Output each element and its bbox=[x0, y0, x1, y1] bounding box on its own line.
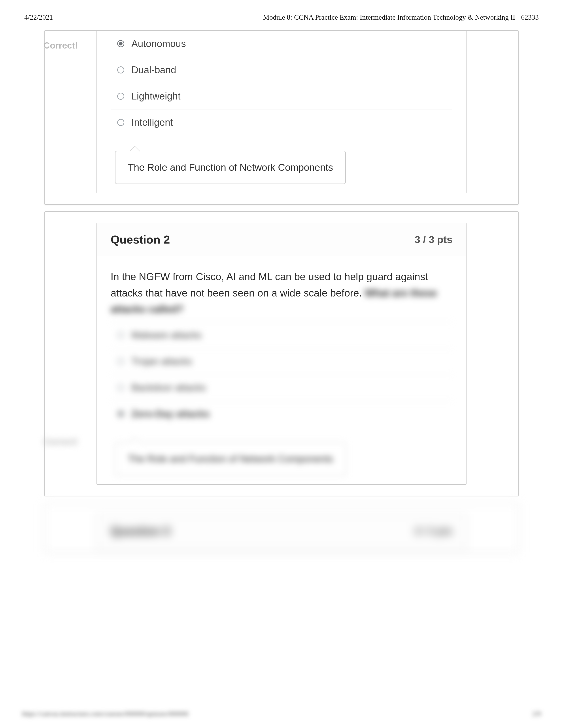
question-prompt: In the NGFW from Cisco, AI and ML can be… bbox=[97, 256, 466, 322]
radio-icon bbox=[117, 384, 124, 391]
radio-icon bbox=[117, 332, 124, 339]
footer-page: 2/9 bbox=[533, 710, 541, 717]
question-3-card: Question 3 3 / 3 pts bbox=[44, 503, 519, 553]
answer-label: Lightweight bbox=[131, 91, 180, 102]
question-title: Question 2 bbox=[111, 233, 170, 246]
question-header: Question 2 3 / 3 pts bbox=[97, 223, 466, 256]
answer-option[interactable]: Intelligent bbox=[111, 109, 452, 135]
answer-option[interactable]: Lightweight bbox=[111, 83, 452, 109]
correct-badge: Correct! bbox=[43, 437, 78, 447]
answer-option[interactable]: Zero-Day attacks bbox=[111, 401, 452, 427]
answer-label: Backdoor attacks bbox=[131, 382, 206, 393]
header-title: Module 8: CCNA Practice Exam: Intermedia… bbox=[263, 13, 539, 21]
question-header: Question 3 3 / 3 pts bbox=[97, 515, 466, 547]
radio-icon bbox=[117, 66, 124, 73]
print-header: 4/22/2021 Module 8: CCNA Practice Exam: … bbox=[22, 13, 541, 30]
radio-icon bbox=[117, 93, 124, 100]
answer-option[interactable]: Backdoor attacks bbox=[111, 374, 452, 401]
answer-list: Autonomous Dual-band Lightweight Intelli… bbox=[97, 31, 466, 135]
answer-label: Dual-band bbox=[131, 64, 176, 75]
print-footer: https://canvas.instructure.com/courses/0… bbox=[22, 710, 541, 717]
question-2-inner: Question 2 3 / 3 pts In the NGFW from Ci… bbox=[96, 223, 467, 485]
radio-icon bbox=[117, 358, 124, 365]
radio-selected-icon bbox=[117, 410, 124, 417]
answer-list: Malware attacks Trojan attacks Backdoor … bbox=[97, 322, 466, 427]
answer-label: Intelligent bbox=[131, 117, 173, 128]
answer-label: Trojan attacks bbox=[131, 356, 192, 367]
radio-icon bbox=[117, 119, 124, 126]
answer-label: Autonomous bbox=[131, 38, 186, 49]
topic-tag: The Role and Function of Network Compone… bbox=[115, 442, 346, 475]
question-points: 3 / 3 pts bbox=[415, 234, 452, 246]
answer-option[interactable]: Trojan attacks bbox=[111, 348, 452, 374]
page: 4/22/2021 Module 8: CCNA Practice Exam: … bbox=[0, 0, 563, 728]
correct-badge: Correct! bbox=[43, 41, 78, 51]
content: Correct! Autonomous Dual-band Lightweigh… bbox=[44, 30, 519, 553]
answer-option[interactable]: Autonomous bbox=[111, 31, 452, 57]
answer-label: Malware attacks bbox=[131, 330, 201, 341]
header-date: 4/22/2021 bbox=[24, 13, 53, 21]
answer-label: Zero-Day attacks bbox=[131, 408, 210, 419]
radio-selected-icon bbox=[117, 40, 124, 47]
answer-option[interactable]: Dual-band bbox=[111, 57, 452, 83]
question-points: 3 / 3 pts bbox=[415, 525, 452, 537]
question-1-card: Correct! Autonomous Dual-band Lightweigh… bbox=[44, 30, 519, 205]
question-1-inner: Autonomous Dual-band Lightweight Intelli… bbox=[96, 31, 467, 193]
topic-tag: The Role and Function of Network Compone… bbox=[115, 151, 346, 184]
answer-option[interactable]: Malware attacks bbox=[111, 322, 452, 348]
question-2-card: Correct! Question 2 3 / 3 pts In the NGF… bbox=[44, 211, 519, 496]
footer-url: https://canvas.instructure.com/courses/0… bbox=[22, 710, 188, 717]
question-3-inner: Question 3 3 / 3 pts bbox=[96, 514, 467, 550]
question-title: Question 3 bbox=[111, 524, 170, 538]
